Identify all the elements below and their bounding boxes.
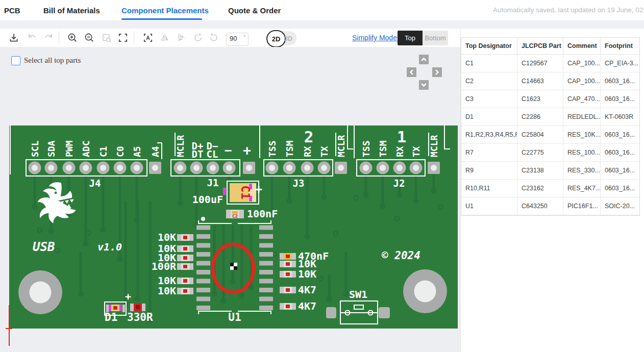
top-side-button[interactable]: Top	[398, 31, 423, 45]
resistor-component[interactable]	[177, 255, 193, 261]
table-cell[interactable]: C1	[461, 55, 517, 72]
j1-dt-label: DT	[192, 148, 204, 160]
tab-component-placements[interactable]: Component Placements	[121, 6, 209, 15]
table-cell[interactable]: 0603_16...	[601, 72, 640, 90]
table-cell[interactable]: PIC16F1...	[563, 197, 601, 215]
pan-right-icon[interactable]	[432, 67, 442, 77]
pan-left-icon[interactable]	[407, 67, 416, 77]
undo-icon[interactable]	[27, 32, 38, 43]
table-cell[interactable]: 0603_16...	[601, 180, 640, 197]
zoom-out-icon[interactable]	[84, 32, 95, 43]
table-cell[interactable]: RES_330...	[563, 162, 601, 180]
resistor-330r[interactable]	[130, 304, 145, 311]
table-cell[interactable]: C1623	[517, 90, 563, 108]
table-cell[interactable]: 0603_16...	[601, 126, 640, 144]
tab-pcb[interactable]: PCB	[4, 6, 20, 15]
table-cell[interactable]: R1,R2,R3,R4,R5,R...	[461, 126, 517, 144]
smd-pad	[259, 261, 273, 266]
pan-up-icon[interactable]	[419, 55, 429, 64]
table-cell[interactable]: RES_100...	[563, 144, 601, 162]
bottom-side-button[interactable]: Bottom	[423, 31, 448, 45]
rotate-ccw-icon[interactable]	[192, 32, 204, 43]
table-cell[interactable]: C3	[461, 90, 517, 108]
autosave-status: Automatically saved, last updated on 19 …	[493, 6, 644, 14]
view-mode-toggle[interactable]: 2D 3D	[267, 31, 296, 45]
resistor-component[interactable]	[280, 271, 296, 278]
table-cell[interactable]: 0603_16...	[601, 90, 640, 108]
export-download-icon[interactable]	[8, 32, 19, 43]
select-designator-icon[interactable]: A	[142, 32, 154, 43]
zoom-in-icon[interactable]	[67, 32, 78, 43]
view-2d-option[interactable]: 2D	[266, 30, 286, 47]
view-3d-option[interactable]: 3D	[284, 35, 292, 42]
mounting-hole	[403, 269, 447, 313]
zoom-area-icon[interactable]	[101, 32, 112, 43]
table-cell[interactable]: 0603_16...	[601, 162, 640, 180]
toolbar-separator	[134, 31, 134, 44]
value-label: 4K7	[298, 284, 316, 296]
table-cell[interactable]: RES_4K7...	[563, 180, 601, 197]
table-cell[interactable]: C23162	[517, 180, 563, 197]
table-cell[interactable]: SOIC-20...	[601, 197, 640, 215]
pin-label: MCLR	[429, 135, 439, 157]
table-cell[interactable]: C23138	[517, 162, 563, 180]
pcb-board[interactable]: SCLSDAPWMADCC1C0A5A4MCLRTSSTSMRXTXMCLRTS…	[9, 125, 458, 329]
flip-horizontal-icon[interactable]	[159, 32, 170, 43]
component-placements-page: PCB Bill of Materials Component Placemen…	[0, 0, 644, 352]
table-cell[interactable]: RES_10K...	[563, 126, 601, 144]
svg-text:A: A	[146, 35, 150, 41]
value-label: 10K	[298, 268, 316, 280]
pin-label: TX	[411, 146, 422, 157]
fit-to-screen-icon[interactable]	[117, 32, 129, 43]
resistor-component[interactable]	[177, 278, 193, 284]
table-cell[interactable]: R10,R11	[461, 180, 517, 197]
table-cell[interactable]: C2286	[517, 108, 563, 126]
table-cell[interactable]: D1	[461, 108, 517, 126]
tab-bill-of-materials[interactable]: Bill of Materials	[43, 6, 100, 15]
tab-quote-and-order[interactable]: Quote & Order	[228, 6, 281, 15]
pin-label: SCL	[30, 140, 40, 157]
table-cell[interactable]: KT-0603R	[601, 108, 640, 126]
capacitor-component[interactable]	[280, 253, 296, 260]
resistor-component[interactable]	[280, 261, 296, 267]
table-cell[interactable]: R7	[461, 144, 517, 162]
value-label: 100R	[152, 260, 177, 272]
rotate-cw-icon[interactable]	[208, 32, 219, 43]
table-cell[interactable]: U1	[461, 197, 517, 215]
pin-label: RX	[394, 146, 405, 157]
resistor-component[interactable]	[177, 263, 193, 270]
table-cell[interactable]: CAP_100...	[563, 55, 601, 72]
table-cell[interactable]: CP_EIA-3...	[601, 55, 640, 72]
pin-label: PWM	[64, 140, 75, 157]
table-cell[interactable]: C14663	[517, 72, 563, 90]
resistor-component[interactable]	[280, 287, 296, 293]
smd-pad	[259, 243, 273, 248]
table-cell[interactable]: CAP_470...	[563, 90, 601, 108]
resistor-component[interactable]	[280, 303, 296, 310]
smd-pad	[196, 279, 210, 284]
table-cell[interactable]: C643250	[517, 197, 563, 215]
table-cell[interactable]: C129567	[517, 55, 563, 72]
j2-group-number: 1	[397, 128, 407, 146]
simplify-model-link[interactable]: Simplify Model	[352, 34, 399, 42]
pan-down-icon[interactable]	[419, 80, 429, 90]
flip-vertical-icon[interactable]	[176, 32, 187, 43]
table-cell[interactable]: C22775	[517, 144, 563, 162]
table-cell[interactable]: 0603_16...	[601, 144, 640, 162]
select-all-top-parts-checkbox[interactable]	[11, 56, 20, 65]
c1-ref: C1	[239, 185, 252, 199]
table-cell[interactable]: REDLEDL...	[563, 108, 601, 126]
select-all-top-parts-label: Select all top parts	[24, 56, 81, 65]
smd-pad	[259, 288, 273, 292]
table-cell[interactable]: CAP_100...	[563, 72, 601, 90]
capacitor-c2[interactable]: C2	[226, 210, 244, 219]
resistor-component[interactable]	[177, 288, 193, 294]
rotation-input[interactable]	[230, 35, 241, 42]
resistor-component[interactable]	[177, 234, 193, 241]
table-cell[interactable]: C25804	[517, 126, 563, 144]
table-cell[interactable]: C2	[461, 72, 517, 90]
table-cell[interactable]: R9	[461, 162, 517, 180]
redo-icon[interactable]	[43, 32, 54, 43]
smd-pad	[259, 270, 273, 274]
resistor-component[interactable]	[177, 245, 193, 252]
